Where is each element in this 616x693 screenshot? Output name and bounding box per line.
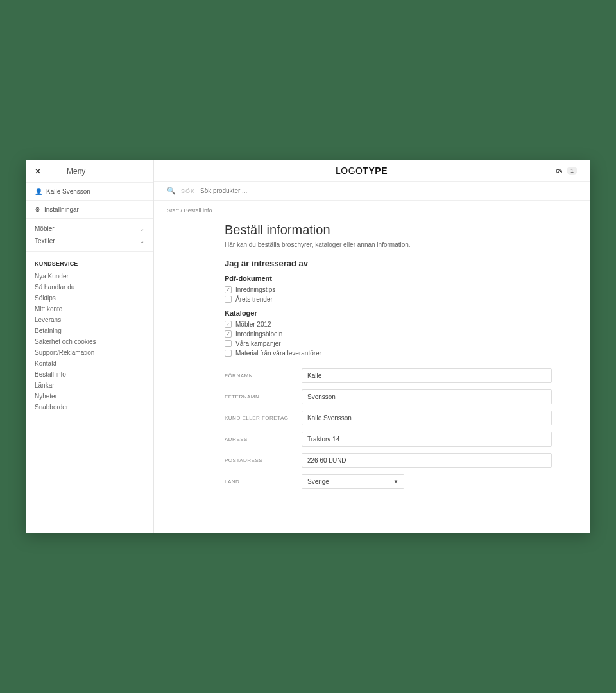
user-name: Kalle Svensson — [46, 188, 90, 195]
checkbox-material-leverantorer[interactable] — [225, 350, 232, 357]
checkbox-row: Årets trender — [225, 295, 552, 304]
topbar: LOGOTYPE 🛍 1 — [154, 160, 590, 182]
form-row-fornamn: FÖRNAMN — [225, 368, 552, 383]
form-row-postadress: POSTADRESS — [225, 453, 552, 468]
form-row-kund: KUND ELLER FÖRETAG — [225, 411, 552, 425]
chevron-down-icon: ⌄ — [139, 237, 144, 244]
ks-item[interactable]: Leverans — [35, 314, 144, 325]
katalog-heading: Kataloger — [225, 309, 552, 317]
sidebar: ✕ Meny 👤 Kalle Svensson ⚙ Inställningar … — [26, 160, 154, 533]
sidebar-settings[interactable]: ⚙ Inställningar — [26, 201, 153, 219]
input-postadress[interactable] — [302, 453, 552, 468]
form-row-efternamn: EFTERNAMN — [225, 389, 552, 404]
category-textiler[interactable]: Textiler ⌄ — [26, 235, 153, 247]
input-fornamn[interactable] — [302, 368, 552, 383]
pdf-heading: Pdf-dokument — [225, 275, 552, 282]
checkbox-vara-kampanjer[interactable] — [225, 340, 232, 347]
page-subtitle: Här kan du beställa broschyrer, kataloge… — [225, 241, 552, 248]
page-title: Beställ information — [225, 223, 552, 237]
ks-item[interactable]: Betalning — [35, 325, 144, 336]
form-row-land: LAND Sverige ▼ — [225, 474, 552, 489]
logo-light: LOGO — [336, 166, 363, 176]
ks-item[interactable]: Support/Reklamation — [35, 347, 144, 358]
gear-icon: ⚙ — [35, 206, 40, 213]
chevron-down-icon: ▼ — [393, 479, 398, 484]
checkbox-mobler-2012[interactable] — [225, 321, 232, 328]
ks-item[interactable]: Nya Kunder — [35, 271, 144, 282]
checkbox-row: Inredningsbibeln — [225, 329, 552, 339]
close-icon[interactable]: ✕ — [35, 167, 41, 176]
checkbox-row: Material från våra leverantörer — [225, 348, 552, 358]
input-efternamn[interactable] — [302, 389, 552, 404]
ks-item[interactable]: Säkerhet och cookies — [35, 336, 144, 347]
ks-item[interactable]: Beställ info — [35, 369, 144, 380]
category-mobler[interactable]: Möbler ⌄ — [26, 223, 153, 235]
ks-item[interactable]: Nyheter — [35, 391, 144, 402]
breadcrumb: Start / Beställ info — [154, 201, 590, 220]
breadcrumb-start[interactable]: Start — [167, 207, 179, 214]
form: FÖRNAMN EFTERNAMN KUND ELLER FÖRETAG ADR… — [225, 368, 552, 489]
label-efternamn: EFTERNAMN — [225, 394, 302, 400]
input-kund[interactable] — [302, 411, 552, 425]
select-land-value: Sverige — [307, 478, 329, 485]
ks-item[interactable]: Så handlar du — [35, 282, 144, 293]
checkbox-inredningsbibeln[interactable] — [225, 330, 232, 338]
checkbox-label: Årets trender — [235, 296, 273, 303]
ks-item[interactable]: Söktips — [35, 293, 144, 304]
main: LOGOTYPE 🛍 1 🔍 SÖK Start / Beställ info … — [154, 160, 590, 533]
breadcrumb-current: Beställ info — [184, 207, 212, 214]
category-label: Textiler — [35, 237, 55, 244]
ks-item[interactable]: Länkar — [35, 380, 144, 391]
bag-icon: 🛍 — [556, 167, 563, 175]
label-postadress: POSTADRESS — [225, 458, 302, 463]
menu-title: Meny — [67, 167, 85, 176]
form-row-adress: ADRESS — [225, 432, 552, 447]
ks-item[interactable]: Mitt konto — [35, 304, 144, 314]
checkbox-label: Inredningsbibeln — [235, 330, 282, 338]
checkbox-label: Våra kampanjer — [235, 340, 281, 347]
sidebar-user[interactable]: 👤 Kalle Svensson — [26, 183, 153, 201]
checkbox-row: Inredningstips — [225, 285, 552, 295]
kundservice-heading: KUNDSERVICE — [26, 252, 153, 271]
logo[interactable]: LOGOTYPE — [336, 166, 388, 176]
chevron-down-icon: ⌄ — [139, 225, 144, 232]
logo-bold: TYPE — [363, 166, 388, 176]
kundservice-list: Nya Kunder Så handlar du Söktips Mitt ko… — [26, 271, 153, 422]
checkbox-label: Inredningstips — [235, 286, 275, 293]
label-adress: ADRESS — [225, 436, 302, 442]
checkbox-label: Möbler 2012 — [235, 321, 271, 328]
category-label: Möbler — [35, 225, 55, 232]
user-icon: 👤 — [35, 188, 42, 195]
searchbar: 🔍 SÖK — [154, 182, 590, 201]
input-adress[interactable] — [302, 432, 552, 447]
checkbox-row: Möbler 2012 — [225, 320, 552, 329]
select-land[interactable]: Sverige ▼ — [302, 474, 404, 489]
search-input[interactable] — [200, 187, 578, 194]
label-fornamn: FÖRNAMN — [225, 373, 302, 379]
settings-label: Inställningar — [44, 206, 79, 213]
app-window: ✕ Meny 👤 Kalle Svensson ⚙ Inställningar … — [26, 160, 590, 533]
ks-item[interactable]: Kontakt — [35, 358, 144, 369]
checkbox-arets-trender[interactable] — [225, 296, 232, 303]
ks-item[interactable]: Snabborder — [35, 402, 144, 413]
sidebar-header: ✕ Meny — [26, 160, 153, 183]
cart[interactable]: 🛍 1 — [556, 167, 578, 175]
sidebar-categories: Möbler ⌄ Textiler ⌄ — [26, 219, 153, 252]
label-land: LAND — [225, 479, 302, 484]
sok-label: SÖK — [181, 188, 195, 194]
cart-count: 1 — [567, 167, 578, 175]
checkbox-row: Våra kampanjer — [225, 339, 552, 348]
label-kund: KUND ELLER FÖRETAG — [225, 415, 302, 421]
search-icon: 🔍 — [167, 187, 176, 195]
checkbox-label: Material från våra leverantörer — [235, 350, 321, 357]
checkbox-inredningstips[interactable] — [225, 286, 232, 293]
interest-heading: Jag är intresserad av — [225, 259, 552, 268]
content: Beställ information Här kan du beställa … — [154, 220, 590, 533]
breadcrumb-sep: / — [181, 207, 183, 214]
